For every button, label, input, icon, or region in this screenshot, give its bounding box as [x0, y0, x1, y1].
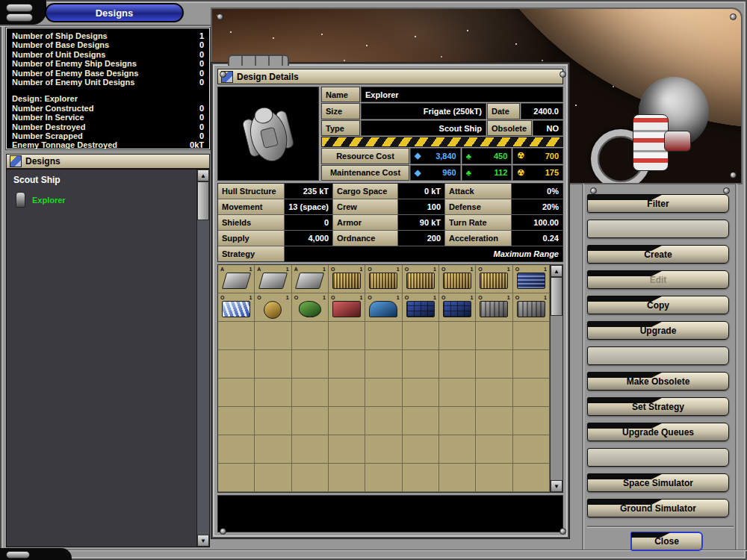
component-slot[interactable] — [218, 350, 255, 379]
component-slot[interactable] — [513, 407, 550, 435]
component-slot[interactable] — [439, 407, 476, 435]
edit-button[interactable]: Edit — [587, 270, 729, 289]
space-simulator-button[interactable]: Space Simulator — [587, 473, 729, 492]
component-slot[interactable] — [218, 379, 255, 407]
component-slot[interactable] — [365, 435, 402, 464]
scroll-down-icon[interactable]: ▼ — [197, 535, 209, 547]
component-grid-scrollbar[interactable]: ▲ ▼ — [550, 265, 562, 492]
component-slot[interactable]: O1 — [513, 265, 550, 293]
component-slot[interactable] — [513, 322, 550, 350]
component-slot[interactable]: O1 — [255, 293, 291, 322]
scroll-up-icon[interactable]: ▲ — [197, 169, 209, 181]
component-slot[interactable] — [329, 350, 365, 379]
component-slot[interactable] — [513, 379, 550, 407]
component-slot[interactable] — [403, 379, 439, 407]
component-slot[interactable] — [292, 407, 329, 435]
component-slot[interactable] — [476, 322, 512, 350]
upgrade-button[interactable]: Upgrade — [587, 321, 729, 340]
bottom-left-frame — [0, 548, 72, 560]
component-slot[interactable] — [255, 350, 291, 379]
scroll-up-icon[interactable]: ▲ — [551, 265, 562, 277]
stat-table-value: 0% — [512, 184, 562, 199]
copy-button[interactable]: Copy — [587, 296, 729, 314]
component-slot[interactable] — [292, 350, 329, 379]
component-slot[interactable]: A1 — [255, 265, 291, 293]
component-slot[interactable]: O1 — [513, 293, 550, 322]
component-slot[interactable] — [329, 435, 365, 464]
component-slot[interactable]: O1 — [218, 293, 255, 322]
strategy-value[interactable]: Maximum Range — [285, 246, 562, 261]
component-slot[interactable]: O1 — [365, 293, 402, 322]
component-slot[interactable]: O1 — [329, 265, 365, 293]
component-slot[interactable]: O1 — [403, 293, 439, 322]
component-slot[interactable] — [255, 379, 291, 407]
component-slot[interactable] — [365, 350, 402, 379]
component-slot[interactable] — [403, 407, 439, 435]
component-grid-wrap: A1A1A1O1O1O1O1O1O1O1O1O1O1O1O1O1O1O1 ▲ ▼ — [217, 264, 563, 493]
make-obsolete-button[interactable]: Make Obsolete — [587, 372, 729, 391]
component-slot[interactable]: O1 — [476, 265, 512, 293]
component-slot[interactable] — [255, 407, 291, 435]
set-strategy-button[interactable]: Set Strategy — [587, 397, 729, 416]
component-slot[interactable] — [329, 379, 365, 407]
name-value[interactable]: Explorer — [361, 87, 563, 102]
component-slot[interactable] — [292, 464, 329, 492]
component-slot[interactable] — [403, 350, 439, 379]
component-slot[interactable] — [476, 407, 512, 435]
component-slot[interactable]: O1 — [292, 293, 329, 322]
stat-line: Number Destroyed0 — [12, 122, 204, 131]
component-slot[interactable]: O1 — [403, 265, 439, 293]
component-slot[interactable] — [439, 379, 476, 407]
component-slot[interactable]: O1 — [329, 293, 365, 322]
component-slot[interactable] — [329, 322, 365, 350]
component-slot[interactable] — [218, 407, 255, 435]
filter-button[interactable]: Filter — [587, 194, 729, 213]
component-slot[interactable] — [403, 435, 439, 464]
component-slot[interactable]: O1 — [476, 293, 512, 322]
organics-icon: ♣ — [466, 152, 471, 161]
component-slot[interactable] — [365, 322, 402, 350]
component-slot[interactable] — [218, 464, 255, 492]
component-slot[interactable] — [329, 407, 365, 435]
component-slot[interactable] — [513, 464, 550, 492]
scroll-thumb[interactable] — [551, 277, 562, 316]
component-slot[interactable] — [365, 464, 402, 492]
component-slot[interactable] — [476, 435, 512, 464]
component-slot[interactable] — [255, 322, 291, 350]
ground-simulator-button[interactable]: Ground Simulator — [587, 499, 729, 517]
upgrade-queues-button[interactable]: Upgrade Queues — [587, 423, 729, 441]
component-slot[interactable] — [476, 464, 512, 492]
component-slot[interactable] — [439, 350, 476, 379]
component-slot[interactable] — [513, 435, 550, 464]
component-slot[interactable] — [255, 435, 291, 464]
design-list-item[interactable]: Explorer — [7, 188, 209, 211]
component-slot[interactable] — [329, 464, 365, 492]
component-slot[interactable] — [439, 435, 476, 464]
component-slot[interactable] — [292, 379, 329, 407]
design-list-scrollbar[interactable]: ▲ ▼ — [196, 169, 209, 547]
resource-cost-organics: ♣ 450 — [462, 148, 512, 164]
component-slot[interactable] — [292, 435, 329, 464]
component-slot[interactable] — [403, 322, 439, 350]
component-slot[interactable] — [255, 464, 291, 492]
scroll-down-icon[interactable]: ▼ — [551, 480, 562, 492]
component-slot[interactable]: O1 — [365, 265, 402, 293]
component-slot[interactable] — [218, 322, 255, 350]
component-slot[interactable]: A1 — [292, 265, 329, 293]
close-button[interactable]: Close — [630, 532, 703, 551]
component-slot[interactable] — [292, 322, 329, 350]
create-button[interactable]: Create — [587, 245, 729, 264]
component-slot[interactable]: O1 — [439, 293, 476, 322]
component-slot[interactable] — [476, 379, 512, 407]
component-slot[interactable] — [439, 322, 476, 350]
component-slot[interactable] — [439, 464, 476, 492]
component-slot[interactable] — [476, 350, 512, 379]
component-slot[interactable] — [218, 435, 255, 464]
component-slot[interactable] — [365, 407, 402, 435]
component-slot[interactable]: A1 — [218, 265, 255, 293]
component-slot[interactable] — [365, 379, 402, 407]
scroll-thumb[interactable] — [197, 181, 209, 220]
component-slot[interactable] — [403, 464, 439, 492]
component-slot[interactable] — [513, 350, 550, 379]
component-slot[interactable]: O1 — [439, 265, 476, 293]
